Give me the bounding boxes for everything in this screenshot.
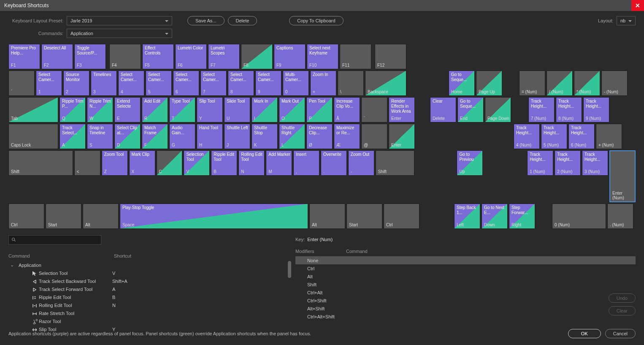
key-d[interactable]: Select Clip at...D bbox=[114, 124, 141, 149]
key-l[interactable]: Shuttle RightL bbox=[279, 124, 305, 149]
key-f3[interactable]: Toggle Source/P...F3 bbox=[74, 44, 106, 69]
key-o[interactable]: Mark OutO bbox=[279, 97, 305, 122]
key-f10[interactable]: Select next KeyframeF10 bbox=[307, 44, 338, 69]
key-f1[interactable]: Premiere Pro Help...F1 bbox=[8, 44, 40, 69]
command-row[interactable]: Rolling Edit ToolN bbox=[8, 301, 291, 309]
key-1[interactable]: Select Camer...1 bbox=[36, 71, 62, 96]
key-u[interactable]: Slide ToolU bbox=[224, 97, 250, 122]
key-4num[interactable]: Track Height...4 (Num) bbox=[514, 124, 540, 149]
key-f11[interactable]: F11 bbox=[340, 44, 371, 69]
modifier-row[interactable]: Ctrl+Alt bbox=[295, 288, 636, 296]
key-f8[interactable]: F8 bbox=[241, 44, 273, 69]
key-enternum[interactable]: Enter (Num) bbox=[609, 150, 636, 202]
key-num[interactable]: . (Num) bbox=[607, 204, 633, 229]
key-9[interactable]: Select Camer...9 bbox=[255, 71, 281, 96]
key-k[interactable]: Shuttle StopK bbox=[252, 124, 278, 149]
key-9num[interactable]: Track Height...9 (Num) bbox=[583, 97, 609, 122]
key-0[interactable]: Multi-Camer...0 bbox=[283, 71, 309, 96]
clear-button[interactable]: Clear bbox=[609, 306, 636, 315]
key-f[interactable]: Match FrameF bbox=[142, 124, 168, 149]
modifiers-list[interactable]: NoneCtrlAltShiftCtrl+AltCtrl+ShiftAlt+Sh… bbox=[295, 256, 636, 321]
key-6[interactable]: Select Camer...6 bbox=[173, 71, 199, 96]
key-c[interactable]: C bbox=[157, 150, 183, 176]
key-[interactable]: Zoom Out- bbox=[348, 150, 374, 176]
key-backspace[interactable]: Backspace bbox=[365, 71, 406, 96]
key-4[interactable]: Select Camer...4 bbox=[118, 71, 144, 96]
key-[interactable]: Zoom In+ bbox=[310, 71, 336, 96]
key-f12[interactable]: F12 bbox=[375, 44, 406, 69]
key-m[interactable]: Add MarkerM bbox=[266, 150, 292, 176]
key-pageup[interactable]: Page Up bbox=[476, 71, 502, 96]
key-w[interactable]: Ripple Trim N...W bbox=[87, 97, 113, 122]
key-3[interactable]: Timelines3 bbox=[91, 71, 117, 96]
key-enter[interactable]: Enter bbox=[389, 124, 415, 149]
key-8[interactable]: Select Camer...8 bbox=[228, 71, 254, 96]
key-v[interactable]: Selection ToolV bbox=[184, 150, 210, 176]
key-start[interactable]: Start bbox=[346, 204, 382, 229]
modifier-row[interactable]: Ctrl bbox=[295, 264, 636, 272]
command-row[interactable]: Selection ToolV bbox=[8, 269, 291, 277]
key-ctrl[interactable]: Ctrl bbox=[384, 204, 419, 229]
key-[interactable]: ¨ bbox=[361, 97, 387, 122]
key-[interactable]: ´ bbox=[8, 71, 35, 96]
key-[interactable]: @ bbox=[361, 124, 387, 149]
modifier-row[interactable]: Ctrl+Shift bbox=[295, 296, 636, 304]
command-row[interactable]: ⌄Application bbox=[8, 261, 291, 269]
key-num[interactable]: + (Num) bbox=[596, 124, 622, 149]
key-[interactable]: Insert, bbox=[293, 150, 319, 176]
search-input[interactable] bbox=[8, 235, 101, 244]
key-e[interactable]: Extend SelecteE bbox=[114, 97, 141, 122]
key-2num[interactable]: Track Height...2 (Num) bbox=[555, 150, 581, 176]
key-s[interactable]: Snap in TimelineS bbox=[87, 124, 113, 149]
ok-button[interactable]: OK bbox=[568, 329, 601, 338]
key-alt[interactable]: Alt bbox=[309, 204, 345, 229]
key-i[interactable]: Mark InI bbox=[252, 97, 278, 122]
key-b[interactable]: Ripple Edit ToolB bbox=[211, 150, 237, 176]
delete-button[interactable]: Delete bbox=[228, 16, 257, 25]
key-num[interactable]: - (Num) bbox=[601, 71, 628, 96]
modifier-row[interactable]: None bbox=[295, 256, 636, 264]
key-2[interactable]: Source Monitor2 bbox=[63, 71, 89, 96]
key-up[interactable]: Go to PreviouUp bbox=[457, 150, 483, 176]
commands-dropdown[interactable]: Application bbox=[67, 29, 172, 38]
modifier-row[interactable]: Alt+Shift bbox=[295, 304, 636, 312]
cancel-button[interactable]: Cancel bbox=[605, 329, 636, 338]
save-as-button[interactable]: Save As... bbox=[187, 16, 225, 25]
command-row[interactable]: Track Select Backward ToolShift+A bbox=[8, 277, 291, 285]
modifier-row[interactable]: Alt bbox=[295, 272, 636, 280]
command-row[interactable]: Rate Stretch Tool bbox=[8, 309, 291, 317]
key-f5[interactable]: Effect ControlsF5 bbox=[142, 44, 174, 69]
key-7[interactable]: Select Camer...7 bbox=[200, 71, 227, 96]
preset-dropdown[interactable]: Jarle 2019 bbox=[67, 16, 172, 25]
key-num[interactable]: / (Num) bbox=[547, 71, 573, 96]
key-h[interactable]: Hand ToolH bbox=[197, 124, 223, 149]
key-y[interactable]: Slip ToolY bbox=[197, 97, 223, 122]
key-q[interactable]: Ripple Trim P...Q bbox=[60, 97, 86, 122]
key-[interactable]: < bbox=[74, 150, 100, 176]
key-j[interactable]: Shuttle LeftJ bbox=[224, 124, 250, 149]
key-alt[interactable]: Alt bbox=[83, 204, 119, 229]
key-shift[interactable]: Shift bbox=[376, 150, 414, 176]
key-[interactable]: Increase Clip Vo...Å bbox=[334, 97, 360, 122]
key-ctrl[interactable]: Ctrl bbox=[8, 204, 44, 229]
key-0num[interactable]: 0 (Num) bbox=[552, 204, 606, 229]
key-f7[interactable]: Lumetri ScopesF7 bbox=[208, 44, 240, 69]
key-r[interactable]: Add EditR bbox=[142, 97, 168, 122]
copy-clipboard-button[interactable]: Copy To Clipboard bbox=[289, 16, 343, 25]
key-space[interactable]: Play-Stop ToggleSpace bbox=[120, 204, 308, 229]
command-row[interactable]: Ripple Edit ToolB bbox=[8, 293, 291, 301]
undo-button[interactable]: Undo bbox=[609, 293, 636, 303]
key-p[interactable]: Pen ToolP bbox=[306, 97, 333, 122]
key-f6[interactable]: Lumetri ColorF6 bbox=[175, 44, 207, 69]
key-[interactable]: Maximize or Re...Æ bbox=[334, 124, 360, 149]
key-7num[interactable]: Track Height...7 (Num) bbox=[528, 97, 555, 122]
key-shift[interactable]: Shift bbox=[8, 150, 73, 176]
key-[interactable]: Overwrite. bbox=[321, 150, 347, 176]
key-[interactable]: Decrease Clip...Ø bbox=[306, 124, 333, 149]
key-start[interactable]: Start bbox=[46, 204, 81, 229]
key-f9[interactable]: CaptionsF9 bbox=[274, 44, 306, 69]
modifier-row[interactable]: Shift bbox=[295, 280, 636, 288]
key-end[interactable]: Go to Seque...End bbox=[457, 97, 484, 122]
key-home[interactable]: Go to Seque...Home bbox=[449, 71, 475, 96]
key-1num[interactable]: Track Height...1 (Num) bbox=[527, 150, 553, 176]
